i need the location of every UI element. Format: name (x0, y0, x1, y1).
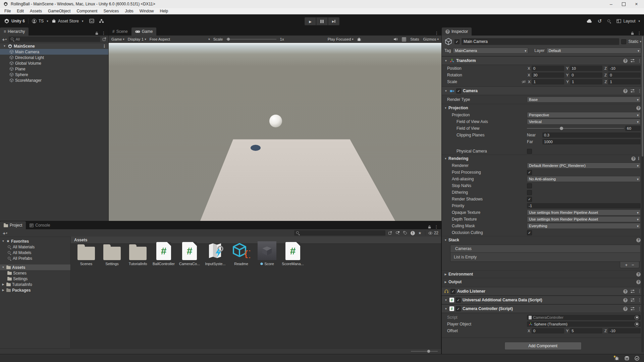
hierarchy-search-input[interactable]: All (9, 37, 100, 42)
tree-packages[interactable]: Packages (0, 287, 70, 293)
help-icon[interactable] (623, 298, 628, 302)
camera-header[interactable]: Camera (442, 86, 644, 95)
maximize-icon[interactable] (622, 2, 626, 6)
help-icon[interactable] (623, 89, 628, 93)
rotation-z-field[interactable]: 0 (608, 72, 641, 78)
menu-assets[interactable]: Assets (27, 9, 45, 13)
cloud-icon[interactable] (587, 19, 592, 23)
display-dropdown[interactable]: Display 1 (128, 37, 146, 41)
component-enabled-checkbox[interactable] (456, 298, 461, 303)
tree-favorites[interactable]: ★ Favorites (0, 238, 70, 244)
component-enabled-checkbox[interactable] (456, 306, 461, 311)
foldout-icon[interactable] (444, 281, 447, 284)
menu-services[interactable]: Services (100, 9, 122, 13)
search-by-label-icon[interactable] (403, 231, 407, 235)
scale-slider-handle[interactable] (227, 38, 230, 41)
priority-field[interactable]: -1 (527, 203, 641, 208)
component-enabled-checkbox[interactable] (456, 88, 461, 94)
foldout-icon[interactable] (444, 273, 447, 276)
fov-slider[interactable] (527, 126, 624, 131)
menu-file[interactable]: File (1, 9, 14, 13)
kebab-menu-icon[interactable] (637, 156, 641, 161)
player-object-field[interactable]: Sphere (Transform) (527, 321, 641, 327)
play-mode-dropdown[interactable]: Play Focused (328, 37, 354, 41)
aspect-dropdown[interactable]: Free Aspect (150, 37, 210, 41)
foldout-icon[interactable] (444, 307, 448, 310)
bug-icon[interactable] (357, 37, 361, 42)
help-icon[interactable] (636, 272, 641, 277)
help-icon[interactable] (623, 59, 628, 63)
account-button[interactable]: TS (32, 19, 48, 23)
transform-header[interactable]: Transform (442, 56, 644, 65)
tree-all-materials[interactable]: All Materials (0, 244, 70, 250)
menu-help[interactable]: Help (157, 9, 171, 13)
component-enabled-checkbox[interactable] (450, 289, 455, 294)
kebab-menu-icon[interactable] (102, 31, 106, 36)
scrollbar-thumb[interactable] (642, 36, 643, 157)
asset-inputsystem[interactable]: InputSyste... (205, 240, 226, 266)
post-processing-checkbox[interactable] (527, 170, 532, 175)
game-target-dropdown[interactable]: Game (111, 37, 124, 41)
anti-aliasing-dropdown[interactable]: No Anti-aliasing (527, 176, 641, 182)
menu-jobs[interactable]: Jobs (122, 9, 136, 13)
popout-icon[interactable] (388, 231, 392, 235)
render-shadows-checkbox[interactable] (527, 197, 532, 202)
save-search-icon[interactable]: ★ (418, 231, 422, 235)
script-field[interactable]: CameraController (527, 315, 641, 320)
stack-list-header[interactable]: Cameras (450, 245, 640, 253)
foldout-icon[interactable] (1, 266, 5, 269)
add-item-icon[interactable]: + (625, 262, 628, 267)
tree-tutorialinfo[interactable]: TutorialInfo (0, 282, 70, 287)
game-viewport[interactable] (109, 43, 441, 221)
renderer-dropdown[interactable]: Default Renderer (PC_Renderer) (527, 163, 641, 169)
tab-game[interactable]: Game (131, 27, 157, 36)
physical-camera-checkbox[interactable] (527, 149, 532, 154)
menu-gameobject[interactable]: GameObject (45, 9, 73, 13)
gameobject-name-field[interactable]: Main Camera (462, 38, 619, 45)
unity-version-button[interactable]: Unity 6 (4, 18, 25, 24)
camera-controller-header[interactable]: Camera Controller (Script) (442, 304, 644, 313)
menu-edit[interactable]: Edit (14, 9, 27, 13)
tag-dropdown[interactable]: MainCamera (453, 48, 528, 54)
fov-slider-handle[interactable] (560, 127, 563, 130)
near-field[interactable]: 0.3 (542, 132, 641, 138)
minimize-icon[interactable] (610, 1, 612, 7)
foldout-icon[interactable] (444, 59, 448, 62)
add-component-button[interactable]: Add Component (504, 342, 582, 350)
vsync-grid-icon[interactable] (402, 37, 406, 42)
create-button[interactable]: + (2, 37, 7, 42)
search-icon[interactable] (607, 19, 611, 23)
help-icon[interactable] (631, 157, 636, 161)
pause-button[interactable] (316, 17, 328, 25)
object-picker-icon[interactable] (635, 315, 639, 320)
offset-x-field[interactable]: 0 (532, 328, 564, 334)
asset-settings[interactable]: Settings (101, 240, 123, 266)
tree-all-models[interactable]: All Models (0, 250, 70, 255)
bug-report-icon[interactable]: ★ (614, 356, 619, 361)
status-ok-icon[interactable] (635, 356, 639, 361)
foldout-icon[interactable] (444, 299, 448, 302)
gizmos-dropdown[interactable]: Gizmos (423, 37, 439, 41)
kebab-menu-icon[interactable] (434, 225, 438, 229)
popout-icon[interactable] (102, 37, 106, 41)
remove-item-icon[interactable]: − (632, 262, 634, 267)
help-icon[interactable] (636, 238, 641, 242)
tree-assets[interactable]: Assets (0, 264, 70, 270)
search-by-type-icon[interactable] (395, 231, 400, 235)
tree-scenes[interactable]: Scenes (0, 270, 70, 276)
presets-icon[interactable] (630, 298, 635, 302)
help-icon[interactable] (623, 307, 628, 311)
asset-ballcontroller[interactable]: # BallController (153, 240, 174, 266)
step-button[interactable] (328, 17, 340, 25)
layer-dropdown[interactable]: Default (546, 48, 641, 54)
hierarchy-item-scoremanager[interactable]: ScoreManager (0, 77, 108, 83)
inspector-scrollbar[interactable] (641, 36, 644, 353)
close-icon[interactable] (635, 2, 638, 6)
position-z-field[interactable]: -10 (608, 66, 641, 71)
kebab-menu-icon[interactable] (637, 31, 641, 36)
hierarchy-item-sphere[interactable]: Sphere (0, 72, 108, 77)
presets-icon[interactable] (630, 289, 635, 293)
presets-icon[interactable] (630, 59, 635, 63)
tree-all-prefabs[interactable]: All Prefabs (0, 255, 70, 261)
opaque-texture-dropdown[interactable]: Use settings from Render Pipeline Asset (527, 209, 641, 216)
